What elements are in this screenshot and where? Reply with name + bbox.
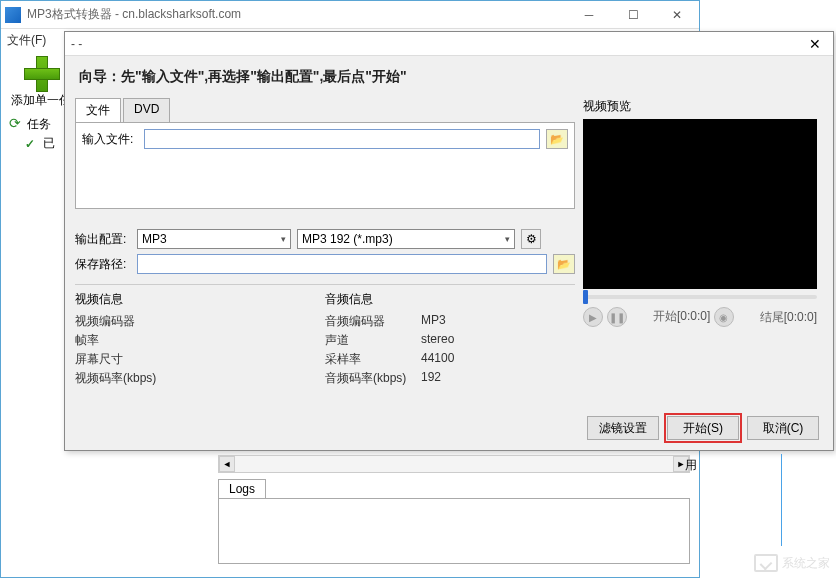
end-time-value: [0:0:0] bbox=[784, 310, 817, 324]
refresh-icon bbox=[9, 118, 23, 132]
preview-label: 视频预览 bbox=[583, 98, 817, 115]
start-time-value: [0:0:0] bbox=[677, 309, 710, 323]
end-time-label: 结尾 bbox=[760, 310, 784, 324]
input-tabs: 文件 DVD bbox=[75, 98, 575, 123]
start-button[interactable]: 开始(S) bbox=[667, 416, 739, 440]
tab-content-file: 输入文件: bbox=[75, 123, 575, 209]
video-encoder-label: 视频编码器 bbox=[75, 313, 171, 330]
close-button[interactable]: ✕ bbox=[655, 1, 699, 29]
preview-pane: 视频预览 ▶ ❚❚ 开始[0:0:0] ◉ 结尾[0:0:0] bbox=[583, 98, 817, 388]
audio-bitrate-value: 192 bbox=[421, 370, 441, 387]
app-icon bbox=[5, 7, 21, 23]
tree-label: 已 bbox=[43, 135, 55, 152]
video-info: 视频信息 视频编码器 帧率 屏幕尺寸 视频码率(kbps) bbox=[75, 291, 325, 388]
window-controls: ─ ☐ ✕ bbox=[567, 1, 699, 29]
video-info-heading: 视频信息 bbox=[75, 291, 325, 308]
dialog-title: - - bbox=[71, 37, 803, 51]
channel-label: 声道 bbox=[325, 332, 421, 349]
watermark-text: 系统之家 bbox=[782, 555, 830, 572]
seek-thumb[interactable] bbox=[583, 290, 588, 304]
left-pane: 文件 DVD 输入文件: 输出配置: MP3 ▾ bbox=[75, 98, 575, 388]
play-button[interactable]: ▶ bbox=[583, 307, 603, 327]
maximize-button[interactable]: ☐ bbox=[611, 1, 655, 29]
format-selected: MP3 bbox=[142, 232, 167, 246]
info-section: 视频信息 视频编码器 帧率 屏幕尺寸 视频码率(kbps) 音频信息 音频编码器… bbox=[75, 284, 575, 388]
samplerate-label: 采样率 bbox=[325, 351, 421, 368]
mark-start-button[interactable]: ◉ bbox=[714, 307, 734, 327]
preset-settings-button[interactable]: ⚙ bbox=[521, 229, 541, 249]
video-bitrate-label: 视频码率(kbps) bbox=[75, 370, 171, 387]
logs-tab[interactable]: Logs bbox=[218, 479, 266, 498]
input-file-label: 输入文件: bbox=[82, 131, 138, 148]
save-path-field[interactable] bbox=[137, 254, 547, 274]
add-single-label: 添加单一任 bbox=[11, 92, 71, 109]
transport-controls: ▶ ❚❚ 开始[0:0:0] ◉ 结尾[0:0:0] bbox=[583, 307, 817, 327]
house-icon bbox=[754, 554, 778, 572]
filter-settings-button[interactable]: 滤镜设置 bbox=[587, 416, 659, 440]
framerate-label: 帧率 bbox=[75, 332, 171, 349]
gear-icon: ⚙ bbox=[526, 232, 537, 246]
preset-selected: MP3 192 (*.mp3) bbox=[302, 232, 393, 246]
dialog-close-button[interactable]: ✕ bbox=[803, 34, 827, 54]
chevron-down-icon: ▾ bbox=[281, 234, 286, 244]
menu-file[interactable]: 文件(F) bbox=[7, 32, 46, 49]
channel-value: stereo bbox=[421, 332, 454, 349]
audio-info: 音频信息 音频编码器MP3 声道stereo 采样率44100 音频码率(kbp… bbox=[325, 291, 575, 388]
folder-icon bbox=[557, 257, 571, 271]
tree-label: 任务 bbox=[27, 116, 51, 133]
input-file-field[interactable] bbox=[144, 129, 540, 149]
pause-button[interactable]: ❚❚ bbox=[607, 307, 627, 327]
samplerate-value: 44100 bbox=[421, 351, 454, 368]
screensize-label: 屏幕尺寸 bbox=[75, 351, 171, 368]
check-icon bbox=[25, 137, 39, 151]
scroll-left-button[interactable]: ◄ bbox=[219, 456, 235, 472]
wizard-instruction: 向导：先"输入文件",再选择"输出配置",最后点"开始" bbox=[65, 56, 833, 98]
plus-icon bbox=[22, 54, 60, 92]
tab-dvd[interactable]: DVD bbox=[123, 98, 170, 122]
dialog-titlebar: - - ✕ bbox=[65, 32, 833, 56]
window-title: MP3格式转换器 - cn.blacksharksoft.com bbox=[27, 6, 567, 23]
add-single-task-button[interactable]: 添加单一任 bbox=[11, 54, 71, 109]
folder-icon bbox=[550, 132, 564, 146]
dialog-footer: 滤镜设置 开始(S) 取消(C) bbox=[587, 416, 819, 440]
video-preview bbox=[583, 119, 817, 289]
start-time-label: 开始 bbox=[653, 309, 677, 323]
logs-textarea[interactable] bbox=[218, 498, 690, 564]
browse-save-button[interactable] bbox=[553, 254, 575, 274]
browse-input-button[interactable] bbox=[546, 129, 568, 149]
divider-line bbox=[781, 454, 782, 546]
audio-bitrate-label: 音频码率(kbps) bbox=[325, 370, 421, 387]
use-label: 用 bbox=[685, 457, 697, 474]
tab-file[interactable]: 文件 bbox=[75, 98, 121, 122]
audio-info-heading: 音频信息 bbox=[325, 291, 575, 308]
horizontal-scrollbar[interactable]: ◄ ► bbox=[218, 455, 690, 473]
minimize-button[interactable]: ─ bbox=[567, 1, 611, 29]
watermark: 系统之家 bbox=[754, 554, 830, 572]
wizard-dialog: - - ✕ 向导：先"输入文件",再选择"输出配置",最后点"开始" 文件 DV… bbox=[64, 31, 834, 451]
save-path-label: 保存路径: bbox=[75, 256, 131, 273]
titlebar: MP3格式转换器 - cn.blacksharksoft.com ─ ☐ ✕ bbox=[1, 1, 699, 29]
preset-select[interactable]: MP3 192 (*.mp3) ▾ bbox=[297, 229, 515, 249]
chevron-down-icon: ▾ bbox=[505, 234, 510, 244]
cancel-button[interactable]: 取消(C) bbox=[747, 416, 819, 440]
format-select[interactable]: MP3 ▾ bbox=[137, 229, 291, 249]
output-config-label: 输出配置: bbox=[75, 231, 131, 248]
seek-slider[interactable] bbox=[583, 295, 817, 299]
audio-encoder-label: 音频编码器 bbox=[325, 313, 421, 330]
bottom-area: ◄ ► Logs bbox=[218, 455, 690, 564]
audio-encoder-value: MP3 bbox=[421, 313, 446, 330]
